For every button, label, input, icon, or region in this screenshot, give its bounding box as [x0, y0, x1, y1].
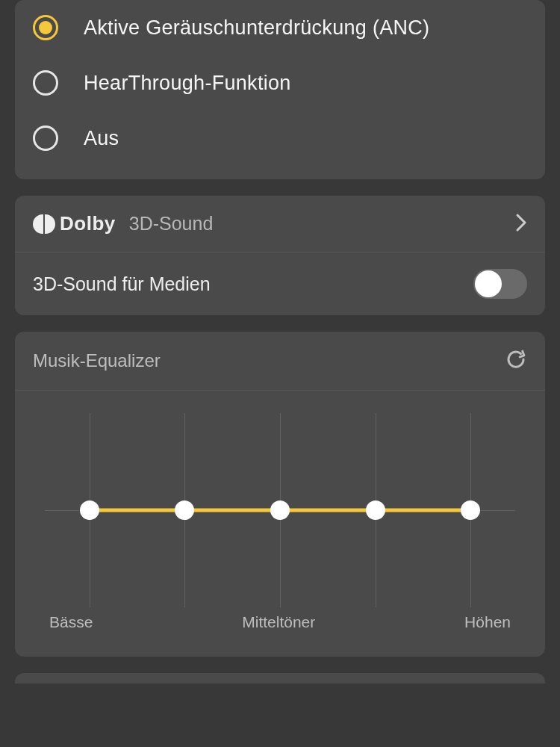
dolby-media-toggle[interactable] — [473, 269, 527, 299]
chevron-right-icon — [515, 213, 527, 235]
anc-option-hearthrough[interactable]: HearThrough-Funktion — [33, 55, 527, 111]
radio-unselected-icon — [33, 125, 58, 151]
eq-band-2-handle[interactable] — [175, 500, 194, 520]
toggle-knob — [475, 270, 502, 297]
reset-icon[interactable] — [505, 348, 527, 374]
anc-option-label: HearThrough-Funktion — [84, 72, 291, 95]
anc-option-anc[interactable]: Aktive Geräuschunterdrückung (ANC) — [33, 0, 527, 55]
dolby-3d-sound-link[interactable]: Dolby 3D-Sound — [15, 196, 545, 252]
anc-option-off[interactable]: Aus — [33, 111, 527, 166]
anc-mode-card: Aktive Geräuschunterdrückung (ANC) HearT… — [15, 0, 545, 179]
dolby-link-label: 3D-Sound — [129, 213, 214, 235]
eq-axis-labels: Bässe Mitteltöner Höhen — [45, 607, 515, 649]
dolby-media-toggle-row: 3D-Sound für Medien — [15, 252, 545, 315]
equalizer-body: Bässe Mitteltöner Höhen — [15, 390, 545, 657]
equalizer-title: Musik-Equalizer — [33, 350, 161, 371]
dolby-icon — [33, 214, 55, 234]
anc-option-label: Aus — [84, 127, 119, 150]
next-card-peek — [15, 673, 545, 684]
eq-band-5-handle[interactable] — [461, 500, 480, 520]
dolby-brand-text: Dolby — [60, 212, 116, 235]
equalizer-card: Musik-Equalizer Bässe Mitteltöner H — [15, 332, 545, 657]
eq-label-mid: Mitteltöner — [93, 613, 464, 631]
dolby-card: Dolby 3D-Sound 3D-Sound für Medien — [15, 196, 545, 315]
eq-label-low: Bässe — [49, 613, 93, 631]
eq-band-1-handle[interactable] — [80, 500, 99, 520]
anc-option-label: Aktive Geräuschunterdrückung (ANC) — [84, 16, 429, 40]
equalizer-grid — [45, 413, 515, 607]
eq-band-3-handle[interactable] — [270, 500, 290, 520]
dolby-toggle-label: 3D-Sound für Medien — [33, 273, 211, 295]
dolby-logo: Dolby — [33, 212, 116, 235]
radio-unselected-icon — [33, 70, 58, 96]
radio-selected-icon — [33, 15, 58, 40]
eq-label-high: Höhen — [464, 613, 511, 631]
eq-band-4-handle[interactable] — [366, 500, 385, 520]
